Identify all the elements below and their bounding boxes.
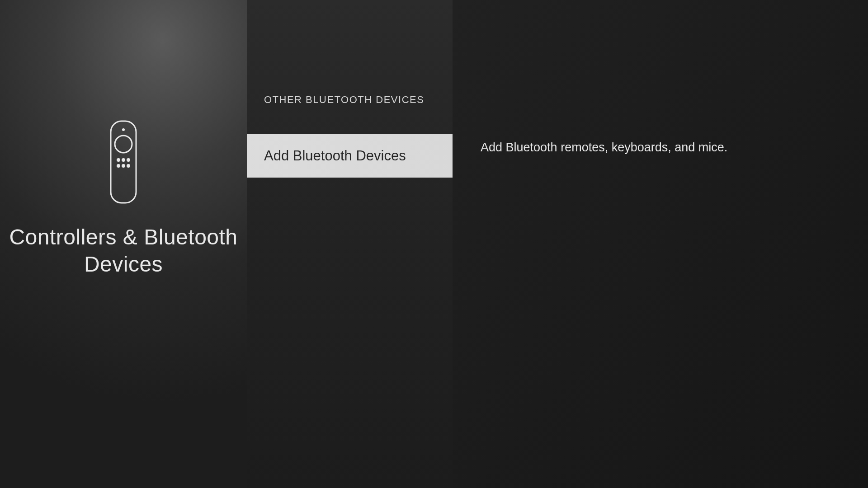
menu-item-add-bluetooth-devices[interactable]: Add Bluetooth Devices — [247, 134, 453, 178]
left-category-panel: Controllers & Bluetooth Devices — [0, 0, 247, 488]
svg-rect-0 — [111, 121, 136, 203]
svg-point-2 — [115, 136, 132, 153]
svg-point-7 — [122, 164, 125, 168]
svg-point-4 — [122, 158, 125, 162]
menu-item-label: Add Bluetooth Devices — [264, 148, 406, 164]
remote-icon — [110, 120, 137, 206]
category-title: Controllers & Bluetooth Devices — [0, 224, 247, 278]
description-text: Add Bluetooth remotes, keyboards, and mi… — [481, 139, 841, 155]
svg-point-6 — [117, 164, 120, 168]
svg-point-5 — [127, 158, 130, 162]
right-description-panel: Add Bluetooth remotes, keyboards, and mi… — [453, 0, 868, 488]
section-header: OTHER BLUETOOTH DEVICES — [247, 94, 453, 106]
center-menu-panel: OTHER BLUETOOTH DEVICES Add Bluetooth De… — [247, 0, 453, 488]
svg-point-8 — [127, 164, 130, 168]
svg-point-3 — [117, 158, 120, 162]
svg-point-1 — [122, 128, 125, 131]
